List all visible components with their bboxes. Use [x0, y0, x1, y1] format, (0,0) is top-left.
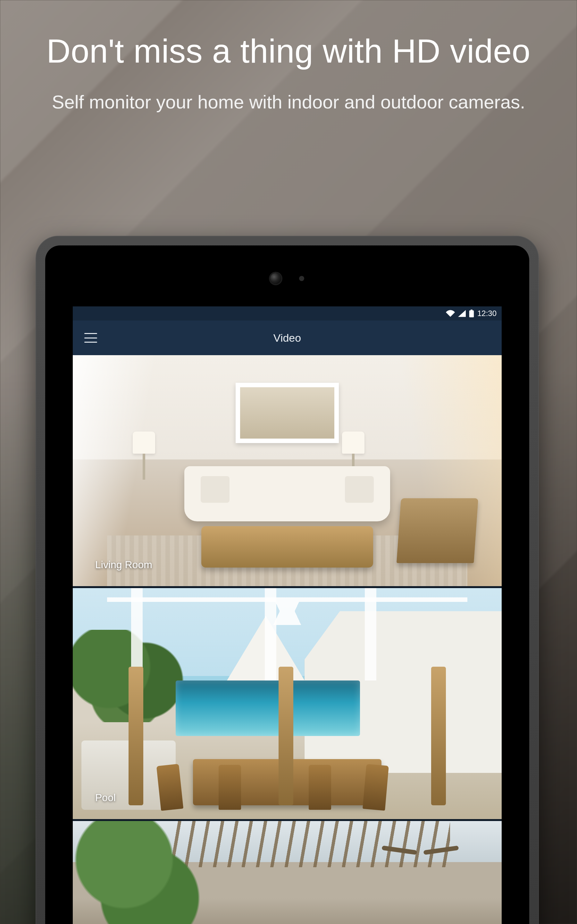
hero-title: Don't miss a thing with HD video	[45, 32, 532, 71]
hero-subtitle: Self monitor your home with indoor and o…	[45, 90, 532, 114]
menu-icon[interactable]	[84, 333, 97, 342]
camera-thumbnail	[73, 821, 502, 924]
battery-icon	[469, 310, 474, 317]
screen-title: Video	[73, 332, 502, 344]
svg-rect-1	[471, 310, 472, 311]
camera-thumbnail	[73, 588, 502, 819]
camera-feed-list[interactable]: Living Room	[73, 355, 502, 924]
wifi-icon	[446, 310, 455, 317]
camera-tile-living-room[interactable]: Living Room	[73, 355, 502, 586]
camera-label: Living Room	[95, 559, 152, 571]
status-bar: 12:30	[73, 306, 502, 320]
camera-label: Pool	[95, 792, 116, 804]
cell-signal-icon	[458, 310, 466, 317]
status-time: 12:30	[477, 309, 496, 318]
svg-rect-0	[469, 310, 474, 317]
camera-lens-icon	[270, 273, 281, 284]
hero-copy: Don't miss a thing with HD video Self mo…	[0, 32, 577, 114]
app-header: Video	[73, 320, 502, 355]
tablet-front-camera	[270, 273, 304, 284]
tablet-bezel: 12:30 Video	[45, 246, 529, 924]
tablet-frame: 12:30 Video	[35, 236, 539, 924]
ceiling-fan-icon	[382, 834, 459, 866]
camera-tile-patio[interactable]	[73, 821, 502, 924]
camera-tile-pool[interactable]: Pool	[73, 588, 502, 819]
camera-thumbnail	[73, 355, 502, 586]
app-screen: 12:30 Video	[73, 306, 502, 924]
proximity-sensor-icon	[299, 276, 304, 281]
